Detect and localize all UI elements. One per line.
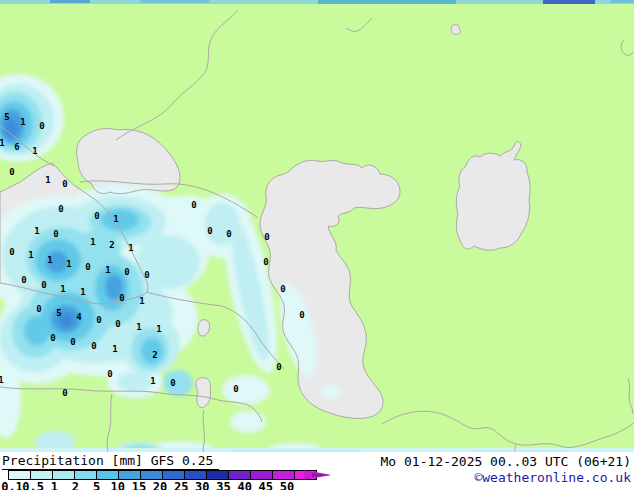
legend-overflow-arrow-icon <box>304 470 332 480</box>
legend-cell-2 <box>75 471 97 479</box>
legend-cell-0.1 <box>9 471 31 479</box>
top-edge-precip-strip <box>0 0 634 4</box>
legend-title: Precipitation [mm] GFS 0.25 <box>2 453 219 470</box>
copyright-link[interactable]: ©weatheronline.co.uk <box>381 470 631 485</box>
legend-cell-45 <box>273 471 295 479</box>
legend-cell-30 <box>207 471 229 479</box>
weather-map-screenshot: 5101610100010101210000111010000011010054… <box>0 0 634 490</box>
legend-cell-0.5 <box>31 471 53 479</box>
precipitation-map <box>0 0 634 456</box>
legend-labels: 0.10.5125101520253035404550 <box>0 480 360 490</box>
legend-cell-20 <box>163 471 185 479</box>
legend-cell-5 <box>97 471 119 479</box>
legend-cell-15 <box>141 471 163 479</box>
legend-cell-40 <box>251 471 273 479</box>
legend-colorbar <box>8 470 317 480</box>
legend-tick-label: 50 <box>270 480 304 490</box>
footer: Mo 01-12-2025 00..03 UTC (06+21) ©weathe… <box>381 454 631 485</box>
legend-cell-1 <box>53 471 75 479</box>
legend-cell-10 <box>119 471 141 479</box>
legend-cell-25 <box>185 471 207 479</box>
legend-cell-35 <box>229 471 251 479</box>
valid-time-label: Mo 01-12-2025 00..03 UTC (06+21) <box>381 454 631 469</box>
